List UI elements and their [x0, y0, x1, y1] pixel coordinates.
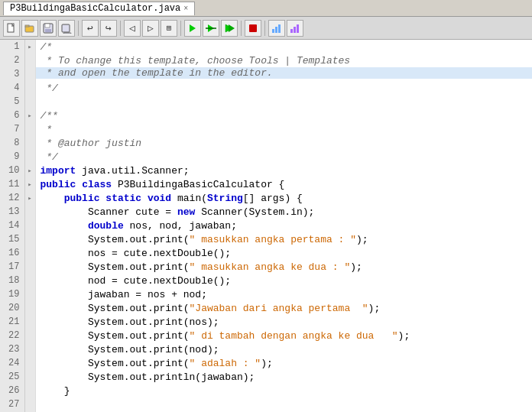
svg-rect-18 — [294, 27, 296, 33]
tab-filename: P3BuildingaBasicCalculator.java — [10, 3, 180, 14]
table-row: 15 System.out.print(" masukkan angka per… — [0, 232, 532, 246]
table-row: 5 — [0, 95, 532, 109]
fold-indicator — [24, 95, 35, 109]
svg-marker-12 — [229, 24, 235, 32]
fold-indicator — [24, 67, 35, 81]
svg-rect-6 — [62, 24, 70, 32]
table-row: 27 — [0, 397, 532, 411]
line-number: 7 — [0, 122, 24, 136]
svg-rect-15 — [275, 27, 277, 33]
table-row: 24 System.out.print(" adalah : "); — [0, 356, 532, 370]
svg-rect-5 — [45, 29, 51, 32]
table-row: 17 System.out.print(" masukkan angka ke … — [0, 260, 532, 274]
line-number: 21 — [0, 315, 24, 329]
code-line: * @author justin — [35, 136, 532, 150]
redo-button[interactable]: ↪ — [100, 20, 117, 37]
save-all-button[interactable] — [58, 20, 75, 37]
stop-button[interactable] — [245, 20, 261, 37]
code-line: Scanner cute = new Scanner(System.in); — [35, 205, 532, 219]
profile-button[interactable] — [268, 20, 285, 37]
code-line: /* — [35, 40, 532, 54]
line-number: 14 — [0, 219, 24, 232]
table-row: 3 * and open the template in the editor. — [0, 67, 532, 81]
fold-indicator[interactable]: ▸ — [24, 40, 35, 54]
table-row: 25 System.out.println(jawaban); — [0, 370, 532, 384]
fold-indicator[interactable]: ▸ — [24, 177, 35, 191]
file-tab[interactable]: P3BuildingaBasicCalculator.java × — [3, 2, 195, 15]
svg-rect-13 — [249, 24, 257, 32]
line-number: 3 — [0, 67, 24, 81]
line-number: 25 — [0, 370, 24, 384]
code-line: import java.util.Scanner; — [35, 164, 532, 177]
run-project-button[interactable] — [221, 20, 238, 37]
table-row: 11▸public class P3BuildingaBasicCalculat… — [0, 177, 532, 191]
table-row: 20 System.out.print("Jawaban dari angka … — [0, 301, 532, 315]
line-number: 27 — [0, 397, 24, 411]
fold-indicator — [24, 301, 35, 315]
svg-rect-7 — [63, 33, 71, 34]
code-line: nod = cute.nextDouble(); — [35, 274, 532, 287]
table-row: 22 System.out.print(" di tambah dengan a… — [0, 329, 532, 342]
svg-rect-17 — [290, 29, 293, 33]
code-line: System.out.print(" di tambah dengan angk… — [35, 329, 532, 342]
table-row: 2 * To change this template, choose Tool… — [0, 54, 532, 67]
debug-button[interactable] — [203, 20, 219, 37]
sep5 — [264, 21, 265, 36]
svg-rect-19 — [297, 24, 299, 33]
open-file-button[interactable] — [21, 20, 38, 37]
save-file-button[interactable] — [40, 20, 57, 37]
code-line: nos = cute.nextDouble(); — [35, 246, 532, 260]
code-line: } — [35, 384, 532, 397]
fold-indicator[interactable]: ▸ — [24, 164, 35, 177]
fold-indicator — [24, 370, 35, 384]
table-row: 21 System.out.print(nos); — [0, 315, 532, 329]
table-row: 26 } — [0, 384, 532, 397]
code-table: 1▸/*2 * To change this template, choose … — [0, 40, 532, 412]
code-line: System.out.print(" adalah : "); — [35, 356, 532, 370]
test-button[interactable] — [287, 20, 303, 37]
code-editor[interactable]: 1▸/*2 * To change this template, choose … — [0, 40, 532, 412]
code-line: public static void main(String[] args) { — [35, 191, 532, 205]
back-button[interactable]: ◁ — [124, 20, 141, 37]
table-row: 16 nos = cute.nextDouble(); — [0, 246, 532, 260]
code-line: * — [35, 122, 532, 136]
fold-indicator — [24, 81, 35, 95]
forward-button[interactable]: ▷ — [142, 20, 159, 37]
line-number: 8 — [0, 136, 24, 150]
fold-indicator — [24, 246, 35, 260]
code-line: System.out.print(" masukkan angka pertam… — [35, 232, 532, 246]
fold-indicator — [24, 384, 35, 397]
history-button[interactable]: ⊞ — [161, 20, 177, 37]
tab-close-button[interactable]: × — [183, 5, 188, 13]
fold-indicator[interactable]: ▸ — [24, 191, 35, 205]
svg-rect-14 — [272, 29, 274, 33]
fold-indicator — [24, 329, 35, 342]
table-row: 14 double nos, nod, jawaban; — [0, 219, 532, 232]
line-number: 5 — [0, 95, 24, 109]
line-number: 11 — [0, 177, 24, 191]
undo-button[interactable]: ↩ — [82, 20, 99, 37]
fold-indicator — [24, 397, 35, 411]
toolbar: ↩ ↪ ◁ ▷ ⊞ — [0, 17, 532, 40]
fold-indicator — [24, 136, 35, 150]
line-number: 16 — [0, 246, 24, 260]
run-button[interactable] — [184, 20, 201, 37]
table-row: 9 */ — [0, 150, 532, 164]
code-line: */ — [35, 150, 532, 164]
table-row: 10▸import java.util.Scanner; — [0, 164, 532, 177]
line-number: 19 — [0, 287, 24, 301]
code-line: public class P3BuildingaBasicCalculator … — [35, 177, 532, 191]
fold-indicator — [24, 260, 35, 274]
line-number: 23 — [0, 342, 24, 356]
sep2 — [120, 21, 121, 36]
table-row: 23 System.out.print(nod); — [0, 342, 532, 356]
fold-indicator — [24, 54, 35, 67]
fold-indicator[interactable]: ▸ — [24, 109, 35, 122]
line-number: 1 — [0, 40, 24, 54]
table-row: 12▸ public static void main(String[] arg… — [0, 191, 532, 205]
code-line: System.out.print(nos); — [35, 315, 532, 329]
table-row: 18 nod = cute.nextDouble(); — [0, 274, 532, 287]
fold-indicator — [24, 315, 35, 329]
new-file-button[interactable] — [3, 20, 20, 37]
code-line — [35, 95, 532, 109]
